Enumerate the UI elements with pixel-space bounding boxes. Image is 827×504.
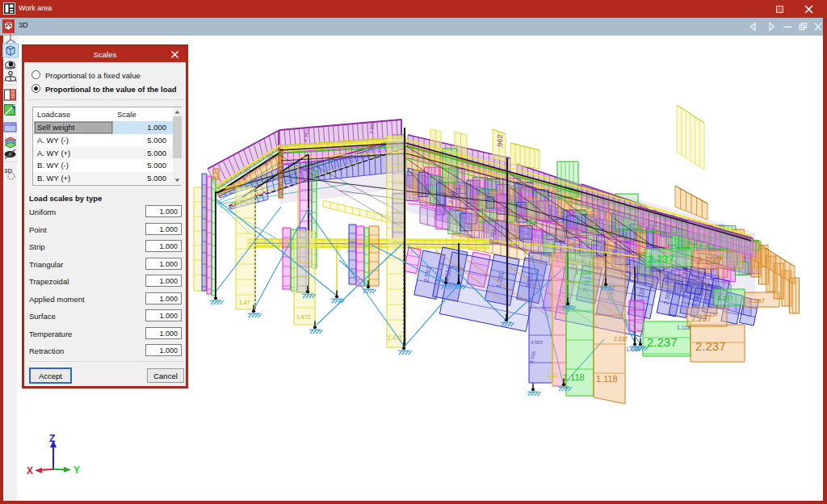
svg-text:1.118: 1.118 [677,325,691,330]
svg-text:2.237: 2.237 [704,312,719,317]
svg-text:4.555: 4.555 [531,340,544,345]
svg-text:1.11: 1.11 [548,372,558,378]
svg-text:1.118: 1.118 [575,269,591,276]
svg-text:2.237: 2.237 [749,297,766,304]
svg-text:2.237: 2.237 [695,339,726,353]
svg-text:1.118: 1.118 [596,374,618,384]
svg-text:2.962: 2.962 [368,120,375,134]
svg-text:Z: Z [49,434,55,444]
svg-text:2.237: 2.237 [614,336,628,342]
svg-text:1.118: 1.118 [563,372,585,382]
svg-text:2.237: 2.237 [647,335,678,349]
svg-text:Y: Y [73,464,80,476]
svg-text:2.237: 2.237 [696,254,723,267]
svg-text:2.237: 2.237 [717,295,734,302]
svg-text:1.47: 1.47 [239,300,250,305]
svg-text:X: X [27,465,33,477]
svg-text:.962: .962 [496,134,504,149]
svg-text:2.237: 2.237 [648,253,674,265]
svg-text:1.118: 1.118 [565,279,581,286]
svg-text:1.472: 1.472 [296,314,311,320]
